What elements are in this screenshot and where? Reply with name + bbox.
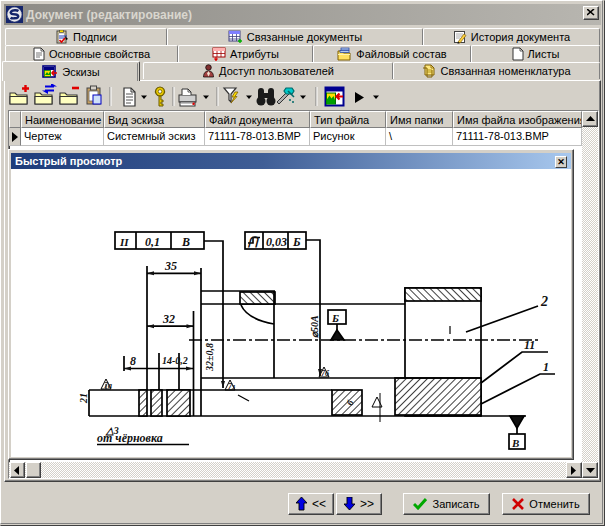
svg-text:2: 2	[540, 294, 548, 309]
svg-text:В: В	[511, 437, 519, 449]
svg-text:0,03: 0,03	[266, 235, 287, 249]
svg-text:⌀50А: ⌀50А	[309, 315, 320, 338]
svg-text:32: 32	[162, 312, 175, 326]
svg-text:8: 8	[130, 354, 136, 368]
svg-text:21: 21	[78, 393, 89, 404]
svg-text:35: 35	[164, 259, 177, 273]
svg-text:Б: Б	[331, 312, 339, 324]
svg-text:32±0,8: 32±0,8	[204, 343, 215, 372]
svg-text:7б: 7б	[321, 369, 330, 378]
svg-text:1: 1	[543, 360, 549, 374]
svg-text:Б: Б	[292, 235, 301, 249]
svg-text:14-0,2: 14-0,2	[162, 355, 188, 366]
svg-text:7з: 7з	[228, 382, 235, 391]
svg-text:от чёрновка: от чёрновка	[97, 431, 163, 445]
svg-text:В: В	[181, 235, 190, 249]
svg-text:0,1: 0,1	[145, 235, 160, 249]
svg-text:⋂: ⋂	[247, 234, 260, 248]
svg-text:7а: 7а	[104, 381, 112, 390]
svg-text:II: II	[119, 236, 129, 248]
svg-text:11: 11	[524, 338, 535, 352]
